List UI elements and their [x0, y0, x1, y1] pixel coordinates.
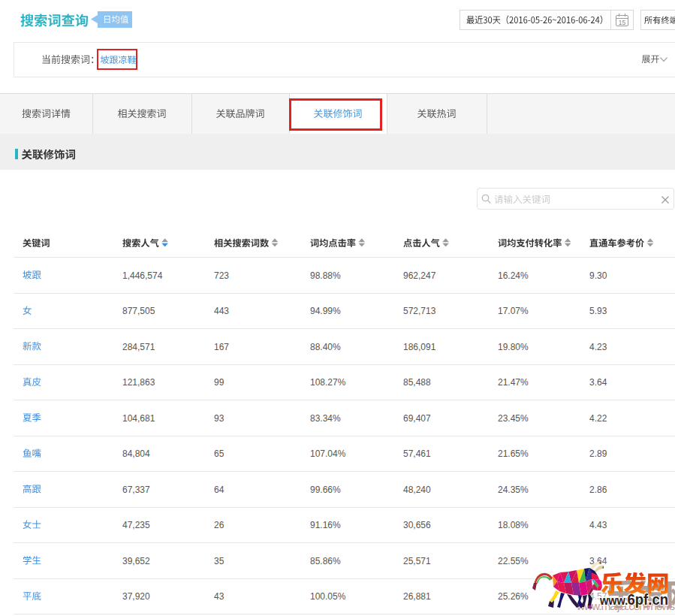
svg-text:15: 15	[619, 19, 626, 26]
